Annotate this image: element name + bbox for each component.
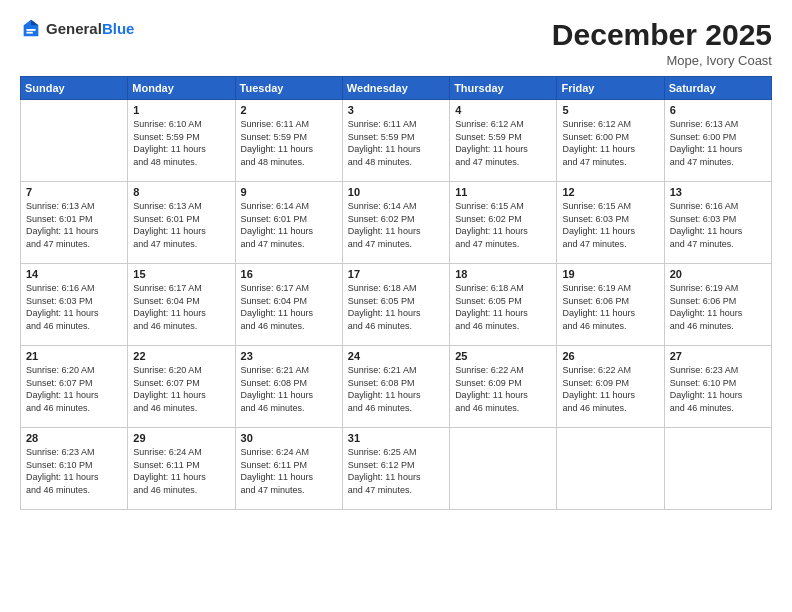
day-number: 11 (455, 186, 551, 198)
table-row: 28Sunrise: 6:23 AMSunset: 6:10 PMDayligh… (21, 428, 128, 510)
day-number: 24 (348, 350, 444, 362)
day-info: Sunrise: 6:18 AMSunset: 6:05 PMDaylight:… (348, 282, 444, 332)
day-number: 13 (670, 186, 766, 198)
weekday-header: Wednesday (342, 77, 449, 100)
calendar: SundayMondayTuesdayWednesdayThursdayFrid… (20, 76, 772, 510)
table-row (450, 428, 557, 510)
day-number: 28 (26, 432, 122, 444)
day-number: 21 (26, 350, 122, 362)
day-info: Sunrise: 6:23 AMSunset: 6:10 PMDaylight:… (26, 446, 122, 496)
table-row: 23Sunrise: 6:21 AMSunset: 6:08 PMDayligh… (235, 346, 342, 428)
day-number: 12 (562, 186, 658, 198)
day-number: 30 (241, 432, 337, 444)
day-info: Sunrise: 6:14 AMSunset: 6:02 PMDaylight:… (348, 200, 444, 250)
day-number: 6 (670, 104, 766, 116)
day-number: 26 (562, 350, 658, 362)
day-info: Sunrise: 6:20 AMSunset: 6:07 PMDaylight:… (133, 364, 229, 414)
table-row: 31Sunrise: 6:25 AMSunset: 6:12 PMDayligh… (342, 428, 449, 510)
day-number: 9 (241, 186, 337, 198)
table-row: 14Sunrise: 6:16 AMSunset: 6:03 PMDayligh… (21, 264, 128, 346)
day-info: Sunrise: 6:16 AMSunset: 6:03 PMDaylight:… (26, 282, 122, 332)
day-info: Sunrise: 6:15 AMSunset: 6:02 PMDaylight:… (455, 200, 551, 250)
logo-blue: Blue (102, 21, 135, 38)
day-info: Sunrise: 6:11 AMSunset: 5:59 PMDaylight:… (241, 118, 337, 168)
svg-rect-3 (26, 32, 32, 34)
table-row: 25Sunrise: 6:22 AMSunset: 6:09 PMDayligh… (450, 346, 557, 428)
table-row: 20Sunrise: 6:19 AMSunset: 6:06 PMDayligh… (664, 264, 771, 346)
day-info: Sunrise: 6:21 AMSunset: 6:08 PMDaylight:… (241, 364, 337, 414)
day-number: 29 (133, 432, 229, 444)
table-row: 29Sunrise: 6:24 AMSunset: 6:11 PMDayligh… (128, 428, 235, 510)
day-number: 20 (670, 268, 766, 280)
table-row: 18Sunrise: 6:18 AMSunset: 6:05 PMDayligh… (450, 264, 557, 346)
day-info: Sunrise: 6:24 AMSunset: 6:11 PMDaylight:… (133, 446, 229, 496)
day-number: 31 (348, 432, 444, 444)
table-row: 21Sunrise: 6:20 AMSunset: 6:07 PMDayligh… (21, 346, 128, 428)
table-row: 26Sunrise: 6:22 AMSunset: 6:09 PMDayligh… (557, 346, 664, 428)
table-row: 2Sunrise: 6:11 AMSunset: 5:59 PMDaylight… (235, 100, 342, 182)
table-row (557, 428, 664, 510)
table-row (664, 428, 771, 510)
month-title: December 2025 (552, 18, 772, 51)
day-number: 19 (562, 268, 658, 280)
calendar-week-row: 7Sunrise: 6:13 AMSunset: 6:01 PMDaylight… (21, 182, 772, 264)
weekday-header: Monday (128, 77, 235, 100)
table-row: 13Sunrise: 6:16 AMSunset: 6:03 PMDayligh… (664, 182, 771, 264)
day-number: 15 (133, 268, 229, 280)
calendar-week-row: 21Sunrise: 6:20 AMSunset: 6:07 PMDayligh… (21, 346, 772, 428)
day-number: 27 (670, 350, 766, 362)
day-info: Sunrise: 6:13 AMSunset: 6:01 PMDaylight:… (133, 200, 229, 250)
table-row: 1Sunrise: 6:10 AMSunset: 5:59 PMDaylight… (128, 100, 235, 182)
day-number: 18 (455, 268, 551, 280)
table-row: 5Sunrise: 6:12 AMSunset: 6:00 PMDaylight… (557, 100, 664, 182)
day-number: 23 (241, 350, 337, 362)
table-row (21, 100, 128, 182)
day-number: 14 (26, 268, 122, 280)
day-info: Sunrise: 6:19 AMSunset: 6:06 PMDaylight:… (670, 282, 766, 332)
calendar-week-row: 14Sunrise: 6:16 AMSunset: 6:03 PMDayligh… (21, 264, 772, 346)
day-info: Sunrise: 6:12 AMSunset: 6:00 PMDaylight:… (562, 118, 658, 168)
weekday-header: Saturday (664, 77, 771, 100)
table-row: 12Sunrise: 6:15 AMSunset: 6:03 PMDayligh… (557, 182, 664, 264)
table-row: 24Sunrise: 6:21 AMSunset: 6:08 PMDayligh… (342, 346, 449, 428)
calendar-header-row: SundayMondayTuesdayWednesdayThursdayFrid… (21, 77, 772, 100)
day-info: Sunrise: 6:23 AMSunset: 6:10 PMDaylight:… (670, 364, 766, 414)
weekday-header: Tuesday (235, 77, 342, 100)
day-info: Sunrise: 6:11 AMSunset: 5:59 PMDaylight:… (348, 118, 444, 168)
day-info: Sunrise: 6:22 AMSunset: 6:09 PMDaylight:… (455, 364, 551, 414)
table-row: 11Sunrise: 6:15 AMSunset: 6:02 PMDayligh… (450, 182, 557, 264)
title-block: December 2025 Mope, Ivory Coast (552, 18, 772, 68)
page: General Blue December 2025 Mope, Ivory C… (0, 0, 792, 612)
day-info: Sunrise: 6:21 AMSunset: 6:08 PMDaylight:… (348, 364, 444, 414)
logo-text: General Blue (46, 21, 134, 38)
day-number: 16 (241, 268, 337, 280)
day-number: 8 (133, 186, 229, 198)
day-info: Sunrise: 6:24 AMSunset: 6:11 PMDaylight:… (241, 446, 337, 496)
table-row: 15Sunrise: 6:17 AMSunset: 6:04 PMDayligh… (128, 264, 235, 346)
day-info: Sunrise: 6:16 AMSunset: 6:03 PMDaylight:… (670, 200, 766, 250)
weekday-header: Friday (557, 77, 664, 100)
day-number: 5 (562, 104, 658, 116)
day-info: Sunrise: 6:13 AMSunset: 6:00 PMDaylight:… (670, 118, 766, 168)
day-number: 7 (26, 186, 122, 198)
table-row: 10Sunrise: 6:14 AMSunset: 6:02 PMDayligh… (342, 182, 449, 264)
day-number: 3 (348, 104, 444, 116)
day-number: 1 (133, 104, 229, 116)
table-row: 9Sunrise: 6:14 AMSunset: 6:01 PMDaylight… (235, 182, 342, 264)
logo: General Blue (20, 18, 134, 40)
day-number: 25 (455, 350, 551, 362)
day-info: Sunrise: 6:15 AMSunset: 6:03 PMDaylight:… (562, 200, 658, 250)
table-row: 7Sunrise: 6:13 AMSunset: 6:01 PMDaylight… (21, 182, 128, 264)
calendar-week-row: 1Sunrise: 6:10 AMSunset: 5:59 PMDaylight… (21, 100, 772, 182)
day-number: 22 (133, 350, 229, 362)
day-info: Sunrise: 6:10 AMSunset: 5:59 PMDaylight:… (133, 118, 229, 168)
table-row: 17Sunrise: 6:18 AMSunset: 6:05 PMDayligh… (342, 264, 449, 346)
day-number: 4 (455, 104, 551, 116)
day-info: Sunrise: 6:12 AMSunset: 5:59 PMDaylight:… (455, 118, 551, 168)
day-info: Sunrise: 6:17 AMSunset: 6:04 PMDaylight:… (241, 282, 337, 332)
logo-icon (20, 18, 42, 40)
day-info: Sunrise: 6:17 AMSunset: 6:04 PMDaylight:… (133, 282, 229, 332)
logo-general: General (46, 21, 102, 38)
day-info: Sunrise: 6:13 AMSunset: 6:01 PMDaylight:… (26, 200, 122, 250)
day-number: 17 (348, 268, 444, 280)
